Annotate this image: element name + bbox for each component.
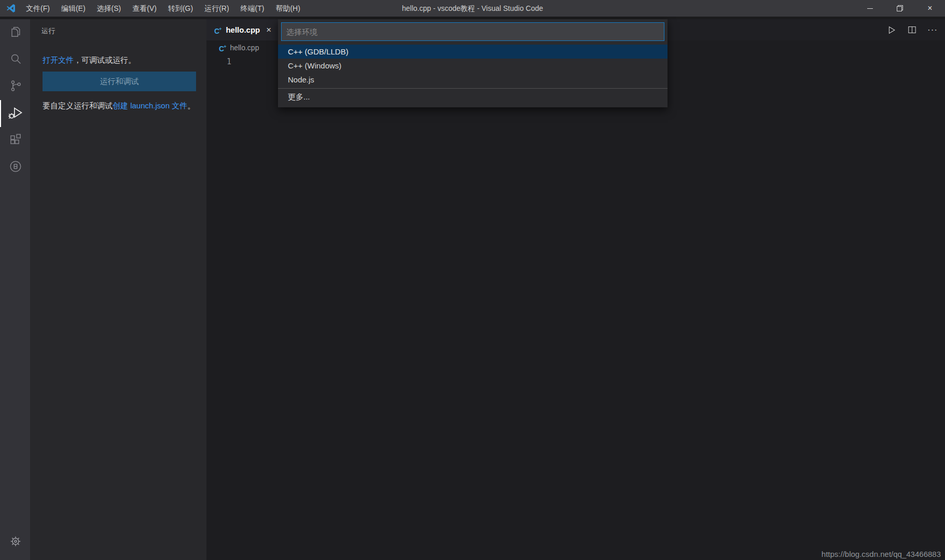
tab-label: hello.cpp xyxy=(226,25,260,34)
sidebar-item-search[interactable] xyxy=(0,46,30,73)
menu-help[interactable]: 帮助(H) xyxy=(270,0,305,17)
run-without-debugging-button[interactable] xyxy=(886,25,897,35)
extensions-icon xyxy=(9,133,23,149)
manage-button[interactable] xyxy=(0,529,30,556)
sidebar-item-extensions[interactable] xyxy=(0,127,30,154)
tab-close-icon[interactable]: × xyxy=(266,25,271,35)
source-control-icon xyxy=(9,79,23,95)
window-title: hello.cpp - vscode教程 - Visual Studio Cod… xyxy=(402,0,543,17)
run-and-debug-button[interactable]: 运行和调试 xyxy=(43,72,196,91)
run-welcome-view: 打开文件，可调试或运行。 运行和调试 要自定义运行和调试创建 launch.js… xyxy=(30,53,206,113)
customize-paragraph: 要自定义运行和调试创建 launch.json 文件。 xyxy=(43,99,196,113)
create-launch-json-link[interactable]: 创建 launch.json 文件 xyxy=(113,101,187,110)
option-cpp-windows[interactable]: C++ (Windows) xyxy=(278,59,668,73)
environment-input[interactable] xyxy=(281,22,664,41)
minimize-icon xyxy=(867,8,873,9)
select-environment-quickpick: C++ (GDB/LLDB) C++ (Windows) Node.js 更多.… xyxy=(278,19,668,107)
menu-view[interactable]: 查看(V) xyxy=(127,0,162,17)
open-file-link[interactable]: 打开文件 xyxy=(43,55,74,64)
activity-bar xyxy=(0,19,30,560)
csdn-watermark: https://blog.csdn.net/qq_43466883 xyxy=(822,550,941,558)
editor-actions: ··· xyxy=(886,19,938,40)
sidebar-title: 运行 xyxy=(30,19,206,36)
run-debug-sidebar: 运行 打开文件，可调试或运行。 运行和调试 要自定义运行和调试创建 launch… xyxy=(30,19,206,560)
cpp-file-icon: C+ xyxy=(219,43,226,52)
tab-hello-cpp[interactable]: C+ hello.cpp × xyxy=(206,19,282,40)
menu-bar: 文件(F) 编辑(E) 选择(S) 查看(V) 转到(G) 运行(R) 终端(T… xyxy=(20,0,306,17)
gear-icon xyxy=(8,534,23,551)
option-cpp-gdb-lldb[interactable]: C++ (GDB/LLDB) xyxy=(278,45,668,59)
activity-bar-bottom xyxy=(0,529,30,556)
open-file-text: ，可调试或运行。 xyxy=(74,55,136,64)
title-bar: 文件(F) 编辑(E) 选择(S) 查看(V) 转到(G) 运行(R) 终端(T… xyxy=(0,0,945,17)
option-more[interactable]: 更多... xyxy=(278,90,668,104)
close-button[interactable]: × xyxy=(915,0,945,17)
open-file-paragraph: 打开文件，可调试或运行。 xyxy=(43,53,196,67)
restore-button[interactable] xyxy=(885,0,915,17)
sidebar-item-run-and-debug[interactable] xyxy=(0,100,30,127)
menu-selection[interactable]: 选择(S) xyxy=(91,0,127,17)
menu-go[interactable]: 转到(G) xyxy=(162,0,199,17)
list-separator xyxy=(278,88,668,89)
restore-icon xyxy=(897,5,903,11)
menu-file[interactable]: 文件(F) xyxy=(20,0,55,17)
search-icon xyxy=(9,52,23,68)
language-pack-extension-icon xyxy=(8,159,23,176)
minimize-button[interactable] xyxy=(855,0,885,17)
option-nodejs[interactable]: Node.js xyxy=(278,73,668,87)
cpp-file-icon: C+ xyxy=(214,25,221,35)
sidebar-item-source-control[interactable] xyxy=(0,73,30,100)
split-editor-button[interactable] xyxy=(907,25,917,35)
menu-terminal[interactable]: 终端(T) xyxy=(235,0,270,17)
run-debug-icon xyxy=(8,105,24,123)
more-actions-button[interactable]: ··· xyxy=(927,27,938,33)
sidebar-item-explorer[interactable] xyxy=(0,19,30,46)
line-number: 1 xyxy=(206,57,233,67)
menu-run[interactable]: 运行(R) xyxy=(199,0,234,17)
files-icon xyxy=(9,25,23,41)
vscode-logo-icon xyxy=(6,3,16,13)
close-icon: × xyxy=(927,4,932,13)
customize-end: 。 xyxy=(187,101,195,110)
sidebar-item-language-pack[interactable] xyxy=(0,154,30,181)
window-controls: × xyxy=(855,0,945,17)
customize-text: 要自定义运行和调试 xyxy=(43,101,113,110)
environment-list: C++ (GDB/LLDB) C++ (Windows) Node.js 更多.… xyxy=(278,45,668,107)
breadcrumb-file-label: hello.cpp xyxy=(230,44,259,52)
menu-edit[interactable]: 编辑(E) xyxy=(55,0,91,17)
